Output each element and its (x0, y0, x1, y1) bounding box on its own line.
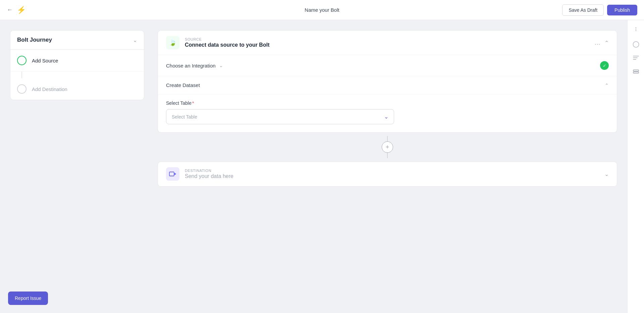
add-step-icon: + (386, 144, 389, 151)
add-connector: + (158, 133, 617, 162)
select-chevron-icon: ⌄ (384, 114, 388, 120)
integration-label-wrap: Choose an Integration ⌄ (166, 63, 223, 69)
source-more-icon[interactable]: … (594, 39, 600, 46)
journey-header: Bolt Journey ⌄ (10, 31, 144, 50)
step-inactive-circle (17, 84, 26, 94)
destination-card-title: Send your data here (185, 173, 233, 179)
select-table-dropdown[interactable]: Select Table ⌄ (166, 109, 394, 124)
destination-card-titles: Destination Send your data here (185, 169, 233, 179)
step-add-source[interactable]: Add Source (10, 50, 144, 72)
step-source-label: Add Source (32, 58, 58, 63)
svg-rect-0 (169, 172, 174, 176)
source-card-header-left: 🍃 Source Connect data source to your Bol… (166, 36, 269, 49)
journey-collapse-icon[interactable]: ⌄ (133, 37, 137, 43)
svg-rect-5 (633, 72, 639, 73)
required-indicator: * (192, 100, 194, 106)
choose-integration-label: Choose an Integration (166, 63, 216, 69)
destination-label-small: Destination (185, 169, 233, 173)
header-left: ← ⚡ (7, 6, 26, 14)
source-label-small: Source (185, 37, 269, 41)
step-destination-label: Add Destination (32, 86, 67, 92)
grid-icon[interactable]: ⁝ (635, 26, 637, 33)
destination-arrow-icon (169, 170, 176, 178)
main-layout: Bolt Journey ⌄ Add Source Add Destinatio… (0, 20, 644, 313)
content-area: 🍃 Source Connect data source to your Bol… (154, 20, 627, 313)
list-icon[interactable] (633, 70, 639, 77)
create-dataset-chevron-icon: ⌃ (605, 83, 609, 88)
right-sidebar: ⁝ ◯ (627, 20, 644, 313)
select-table-label: Select Table* (166, 100, 609, 106)
journey-steps: Add Source Add Destination (10, 50, 144, 100)
destination-expand-icon[interactable]: ⌄ (604, 171, 609, 177)
destination-card-header-right: ⌄ (604, 171, 609, 177)
source-icon-wrap: 🍃 (166, 36, 179, 49)
mongodb-icon: 🍃 (169, 39, 176, 46)
connector-line-bottom (387, 153, 388, 158)
sidebar: Bolt Journey ⌄ Add Source Add Destinatio… (0, 20, 154, 313)
source-card-header: 🍃 Source Connect data source to your Bol… (158, 31, 617, 55)
svg-rect-4 (633, 70, 639, 71)
create-dataset-label: Create Dataset (166, 82, 200, 88)
select-table-section: Select Table* Select Table ⌄ (158, 94, 617, 132)
journey-card: Bolt Journey ⌄ Add Source Add Destinatio… (10, 30, 144, 100)
journey-title: Bolt Journey (17, 37, 52, 43)
destination-icon-wrap (166, 167, 179, 181)
integration-check-icon: ✓ (600, 61, 609, 70)
step-active-circle (17, 56, 26, 65)
destination-card: Destination Send your data here ⌄ (158, 162, 617, 187)
destination-card-header: Destination Send your data here ⌄ (158, 162, 617, 186)
save-draft-button[interactable]: Save As Draft (562, 4, 604, 16)
source-card-titles: Source Connect data source to your Bolt (185, 37, 269, 48)
choose-integration-row[interactable]: Choose an Integration ⌄ ✓ (158, 55, 617, 76)
source-collapse-icon[interactable]: ⌃ (604, 40, 609, 46)
page-title: Name your Bolt (305, 7, 339, 13)
select-table-placeholder: Select Table (172, 114, 197, 120)
header: ← ⚡ Name your Bolt Save As Draft Publish (0, 0, 644, 20)
integration-chevron-icon: ⌄ (219, 63, 223, 68)
publish-button[interactable]: Publish (607, 5, 637, 15)
connector-line-top (387, 136, 388, 141)
create-dataset-row[interactable]: Create Dataset ⌃ (158, 76, 617, 94)
destination-card-header-left: Destination Send your data here (166, 167, 233, 181)
add-step-button[interactable]: + (382, 141, 393, 153)
clock-icon[interactable]: ◯ (633, 40, 639, 48)
back-button[interactable]: ← (7, 6, 13, 13)
filter-icon[interactable] (633, 55, 639, 62)
report-issue-button[interactable]: Report Issue (8, 292, 48, 305)
header-actions: Save As Draft Publish (562, 4, 637, 16)
source-card-title: Connect data source to your Bolt (185, 42, 269, 48)
source-card-header-right: … ⌃ (594, 39, 609, 46)
step-add-destination[interactable]: Add Destination (10, 78, 144, 100)
step-connector (21, 72, 22, 78)
bolt-icon: ⚡ (17, 6, 26, 14)
source-card: 🍃 Source Connect data source to your Bol… (158, 30, 617, 133)
